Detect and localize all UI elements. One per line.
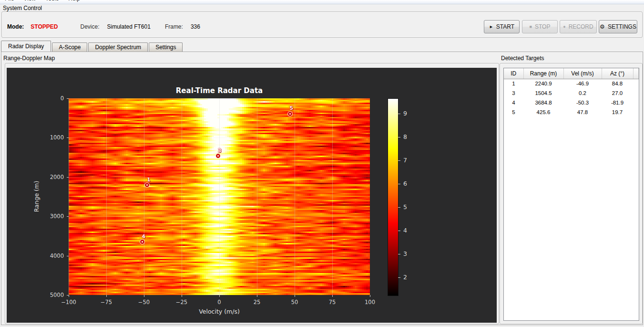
y-tickmark xyxy=(67,295,69,295)
mode-value: STOPPED xyxy=(31,23,58,30)
y-tickmark xyxy=(67,137,69,138)
y-tickmark xyxy=(67,177,69,178)
device-value: Simulated FT601 xyxy=(107,23,150,30)
target-cell: 2240.9 xyxy=(523,79,563,88)
y-tick-label: 1000 xyxy=(41,134,64,141)
tab-a-scope[interactable]: A-Scope xyxy=(52,42,87,52)
target-cell xyxy=(633,88,639,98)
record-icon: ● xyxy=(563,24,565,29)
column-header-range[interactable]: Range (m) xyxy=(523,68,563,79)
menu-item-file[interactable]: File xyxy=(0,0,19,3)
button-label: RECORD xyxy=(569,23,593,30)
target-marker-label: 3 xyxy=(215,148,225,153)
x-tickmark xyxy=(182,295,182,297)
column-header-vel[interactable]: Vel (m/s) xyxy=(563,68,602,79)
x-tickmark xyxy=(69,295,69,297)
target-cell: 3684.8 xyxy=(523,98,563,107)
target-marker-label: 1 xyxy=(144,177,153,182)
x-tick-label: −100 xyxy=(57,299,81,306)
y-tickmark xyxy=(67,98,69,99)
system-control-title: System Control xyxy=(3,5,42,11)
x-tickmark xyxy=(219,295,220,297)
colorbar-tick-label: 7 xyxy=(403,157,407,164)
target-cell xyxy=(633,79,639,88)
target-cell: 47.8 xyxy=(563,107,602,117)
column-header-id[interactable]: ID xyxy=(504,68,523,79)
target-marker-5 xyxy=(288,112,292,116)
target-cell: 1 xyxy=(504,79,523,88)
colorbar-tickmark xyxy=(398,160,400,161)
colorbar-tickmark xyxy=(398,137,400,137)
x-tick-label: 50 xyxy=(283,299,307,306)
colorbar-tickmark xyxy=(398,184,400,184)
target-cell: 0.2 xyxy=(563,88,602,98)
x-tick-label: 75 xyxy=(320,299,344,306)
detected-targets-group: IDRange (m)Vel (m/s)Az (°) 12240.9-46.98… xyxy=(500,63,643,324)
target-row[interactable]: 5425.647.819.7 xyxy=(504,107,639,117)
colorbar-tick-label: 3 xyxy=(403,250,407,257)
x-tickmark xyxy=(332,295,333,297)
detected-targets-title: Detected Targets xyxy=(501,55,544,62)
tab-radar-display[interactable]: Radar Display xyxy=(1,41,51,52)
target-cell: -81.9 xyxy=(602,98,633,107)
x-axis-label: Velocity (m/s) xyxy=(69,308,370,315)
target-cell: -50.3 xyxy=(563,98,602,107)
target-cell: 5 xyxy=(504,107,523,117)
gear-icon: ⚙ xyxy=(600,23,605,30)
target-row[interactable]: 31504.50.227.0 xyxy=(504,88,639,98)
menu-item-help[interactable]: Help xyxy=(63,0,85,3)
frame-value: 336 xyxy=(191,23,200,30)
menu-item-view[interactable]: View xyxy=(19,0,41,3)
radar-app-window: FileViewToolsHelp System Control Mode: S… xyxy=(0,0,644,327)
y-tick-label: 3000 xyxy=(41,213,64,220)
range-doppler-heatmap xyxy=(69,98,370,295)
x-tickmark xyxy=(144,295,144,297)
button-label: STOP xyxy=(535,23,550,30)
settings-button[interactable]: ⚙SETTINGS xyxy=(599,20,637,33)
target-cell: 19.7 xyxy=(602,107,633,117)
y-tick-label: 4000 xyxy=(41,253,64,259)
menu-item-tools[interactable]: Tools xyxy=(41,0,63,3)
x-tickmark xyxy=(106,295,107,297)
mode-label: Mode: xyxy=(7,23,24,30)
target-row[interactable]: 12240.9-46.984.8 xyxy=(504,79,639,88)
column-header-stub xyxy=(633,68,639,79)
target-marker-label: 4 xyxy=(139,233,148,239)
chart-title: Real-Time Radar Data xyxy=(69,86,370,95)
y-tick-label: 0 xyxy=(41,95,64,102)
button-label: SETTINGS xyxy=(608,23,636,30)
colorbar-tick-label: 6 xyxy=(403,180,407,187)
record-button: ●RECORD xyxy=(560,20,597,33)
status-row: Mode: STOPPED Device: Simulated FT601 Fr… xyxy=(7,23,200,31)
system-control-group: Mode: STOPPED Device: Simulated FT601 Fr… xyxy=(1,11,643,38)
colorbar xyxy=(388,98,399,296)
radar-display-tab-page: Range-Doppler Map Real-Time Radar Data −… xyxy=(1,52,643,325)
colorbar-tickmark xyxy=(398,254,400,254)
x-tick-label: −25 xyxy=(170,299,194,306)
device-label: Device: xyxy=(80,23,99,30)
x-tick-label: 25 xyxy=(245,299,269,306)
tab-settings[interactable]: Settings xyxy=(149,42,183,52)
target-marker-label: 5 xyxy=(286,105,296,111)
colorbar-tick-label: 8 xyxy=(403,133,407,140)
colorbar-tick-label: 4 xyxy=(403,227,407,234)
colorbar-tickmark xyxy=(398,231,400,231)
target-cell: 1504.5 xyxy=(523,88,563,98)
x-tick-label: 0 xyxy=(207,299,231,306)
colorbar-tick-label: 9 xyxy=(403,110,407,117)
colorbar-tickmark xyxy=(398,114,400,114)
stop-icon: ■ xyxy=(530,24,532,29)
y-tick-label: 5000 xyxy=(41,292,64,298)
target-cell: -46.9 xyxy=(563,79,602,88)
colorbar-tick-label: 2 xyxy=(403,274,407,281)
x-tick-label: −75 xyxy=(94,299,118,306)
y-tickmark xyxy=(67,216,69,217)
range-doppler-map-title: Range-Doppler Map xyxy=(3,55,55,62)
start-button[interactable]: ►START xyxy=(484,20,520,33)
column-header-az[interactable]: Az (°) xyxy=(602,68,633,79)
x-tickmark xyxy=(257,295,257,297)
target-cell xyxy=(633,107,639,117)
target-row[interactable]: 43684.8-50.3-81.9 xyxy=(504,98,639,107)
tab-doppler-spectrum[interactable]: Doppler Spectrum xyxy=(88,42,148,52)
stop-button: ■STOP xyxy=(522,20,558,33)
